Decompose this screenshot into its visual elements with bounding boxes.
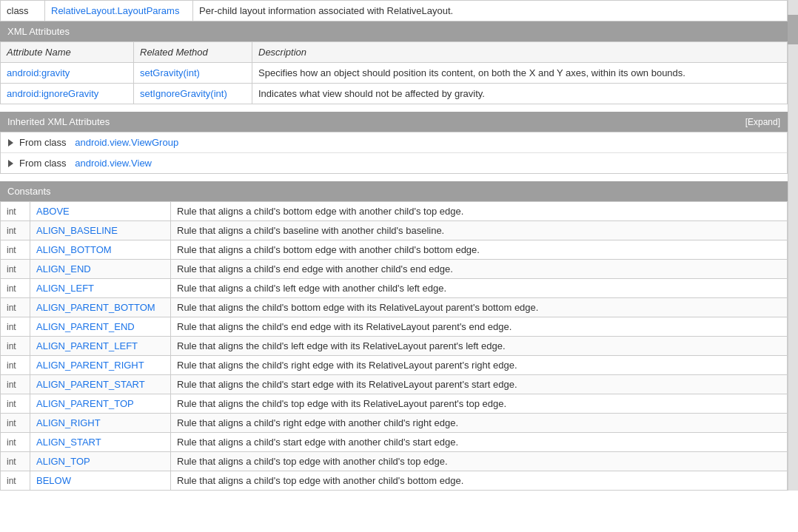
triangle-icon-view [8, 160, 13, 167]
xml-attr-method: setGravity(int) [134, 63, 252, 84]
related-classes-table: class RelativeLayout.LayoutParams Per-ch… [0, 0, 788, 21]
xml-attr-row: android:gravity setGravity(int) Specifie… [1, 63, 788, 84]
constant-row: int ALIGN_PARENT_START Rule that aligns … [1, 375, 788, 394]
constant-link[interactable]: ALIGN_LEFT [36, 283, 94, 294]
constant-row: int ALIGN_RIGHT Rule that aligns a child… [1, 414, 788, 433]
constants-section: Constants int ABOVE Rule that aligns a c… [0, 181, 788, 491]
constant-type: int [1, 279, 30, 298]
constant-link[interactable]: ABOVE [36, 206, 70, 217]
scrollbar-thumb[interactable] [788, 15, 798, 44]
constants-title: Constants [7, 186, 51, 197]
constant-type: int [1, 202, 30, 221]
constant-link[interactable]: ALIGN_END [36, 263, 91, 275]
constant-type: int [1, 356, 30, 375]
xml-attr-row: android:ignoreGravity setIgnoreGravity(i… [1, 84, 788, 104]
constant-row: int ALIGN_TOP Rule that aligns a child's… [1, 452, 788, 471]
constant-row: int ALIGN_PARENT_RIGHT Rule that aligns … [1, 356, 788, 375]
constant-name: ALIGN_END [30, 260, 171, 279]
inherited-xml-section: Inherited XML Attributes [Expand] From c… [0, 112, 788, 174]
constant-description: Rule that aligns the child's top edge wi… [171, 394, 788, 414]
inherited-row-viewgroup: From class android.view.ViewGroup [1, 132, 787, 153]
constants-table: int ABOVE Rule that aligns a child's bot… [0, 201, 788, 491]
constant-link[interactable]: ALIGN_RIGHT [36, 417, 101, 428]
constant-description: Rule that aligns a child's baseline with… [171, 221, 788, 240]
constant-row: int ALIGN_PARENT_END Rule that aligns th… [1, 317, 788, 337]
main-content: class RelativeLayout.LayoutParams Per-ch… [0, 0, 788, 491]
inherited-xml-header: Inherited XML Attributes [Expand] [0, 112, 788, 132]
constant-link[interactable]: ALIGN_PARENT_START [36, 379, 145, 390]
constant-name: ALIGN_BASELINE [30, 221, 171, 240]
constant-name: ALIGN_START [30, 433, 171, 452]
constant-type: int [1, 452, 30, 471]
constant-row: int BELOW Rule that aligns a child's top… [1, 471, 788, 491]
constant-row: int ALIGN_PARENT_LEFT Rule that aligns t… [1, 337, 788, 356]
view-link[interactable]: android.view.View [75, 158, 152, 169]
class-type-cell: class [1, 1, 45, 21]
triangle-icon-viewgroup [8, 139, 13, 147]
constant-type: int [1, 375, 30, 394]
constant-name: ALIGN_TOP [30, 452, 171, 471]
constant-link[interactable]: ALIGN_BOTTOM [36, 244, 112, 255]
xml-attributes-title: XML Attributes [7, 26, 70, 37]
expand-link[interactable]: [Expand] [745, 117, 780, 127]
constant-name: ALIGN_PARENT_RIGHT [30, 356, 171, 375]
constant-link[interactable]: BELOW [36, 475, 71, 486]
constant-row: int ALIGN_PARENT_TOP Rule that aligns th… [1, 394, 788, 414]
constant-description: Rule that aligns a child's left edge wit… [171, 279, 788, 298]
constant-name: ALIGN_PARENT_END [30, 317, 171, 337]
viewgroup-link[interactable]: android.view.ViewGroup [75, 137, 178, 148]
inherited-from-label-2: From class [19, 158, 67, 169]
constant-link[interactable]: ALIGN_PARENT_BOTTOM [36, 302, 155, 313]
constant-name: ALIGN_RIGHT [30, 414, 171, 433]
constant-name: ALIGN_PARENT_BOTTOM [30, 298, 171, 317]
xml-attr-description: Specifies how an object should position … [252, 63, 788, 84]
inherited-rows-container: From class android.view.ViewGroup From c… [0, 132, 788, 174]
constant-description: Rule that aligns a child's end edge with… [171, 260, 788, 279]
xml-attr-header-row: Attribute Name Related Method Descriptio… [1, 42, 788, 63]
inherited-row-view: From class android.view.View [1, 153, 787, 173]
scrollbar[interactable] [788, 0, 798, 491]
description-header: Description [252, 42, 788, 63]
constant-description: Rule that aligns a child's start edge wi… [171, 433, 788, 452]
constant-type: int [1, 433, 30, 452]
constant-description: Rule that aligns the child's left edge w… [171, 337, 788, 356]
constant-row: int ALIGN_LEFT Rule that aligns a child'… [1, 279, 788, 298]
constant-type: int [1, 471, 30, 491]
constant-name: ABOVE [30, 202, 171, 221]
constant-link[interactable]: ALIGN_START [36, 437, 101, 448]
class-name-cell: RelativeLayout.LayoutParams [45, 1, 193, 21]
related-class-link[interactable]: RelativeLayout.LayoutParams [51, 5, 179, 16]
constant-description: Rule that aligns the child's right edge … [171, 356, 788, 375]
class-description-cell: Per-child layout information associated … [193, 1, 788, 21]
xml-attr-description: Indicates what view should not be affect… [252, 84, 788, 104]
constant-link[interactable]: ALIGN_TOP [36, 456, 90, 467]
constant-link[interactable]: ALIGN_PARENT_TOP [36, 398, 134, 409]
constant-link[interactable]: ALIGN_PARENT_END [36, 321, 135, 332]
xml-attr-method: setIgnoreGravity(int) [134, 84, 252, 104]
constant-name: ALIGN_PARENT_LEFT [30, 337, 171, 356]
xml-method-link[interactable]: setIgnoreGravity(int) [140, 88, 227, 99]
constant-row: int ALIGN_PARENT_BOTTOM Rule that aligns… [1, 298, 788, 317]
constant-type: int [1, 337, 30, 356]
constants-header: Constants [0, 181, 788, 201]
constant-description: Rule that aligns the child's end edge wi… [171, 317, 788, 337]
constant-description: Rule that aligns a child's bottom edge w… [171, 202, 788, 221]
constant-type: int [1, 240, 30, 260]
constant-description: Rule that aligns the child's start edge … [171, 375, 788, 394]
constant-link[interactable]: ALIGN_BASELINE [36, 225, 118, 236]
xml-method-link[interactable]: setGravity(int) [140, 67, 200, 78]
constant-type: int [1, 221, 30, 240]
constant-link[interactable]: ALIGN_PARENT_RIGHT [36, 360, 144, 371]
constant-row: int ALIGN_END Rule that aligns a child's… [1, 260, 788, 279]
constant-description: Rule that aligns a child's bottom edge w… [171, 240, 788, 260]
constant-type: int [1, 414, 30, 433]
constant-name: BELOW [30, 471, 171, 491]
page-wrapper: class RelativeLayout.LayoutParams Per-ch… [0, 0, 798, 491]
inherited-xml-title: Inherited XML Attributes [7, 116, 110, 127]
xml-attr-link[interactable]: android:gravity [7, 67, 70, 78]
constant-description: Rule that aligns a child's top edge with… [171, 452, 788, 471]
constant-description: Rule that aligns the child's bottom edge… [171, 298, 788, 317]
constant-row: int ALIGN_BOTTOM Rule that aligns a chil… [1, 240, 788, 260]
constant-link[interactable]: ALIGN_PARENT_LEFT [36, 340, 138, 351]
xml-attr-link[interactable]: android:ignoreGravity [7, 88, 98, 99]
